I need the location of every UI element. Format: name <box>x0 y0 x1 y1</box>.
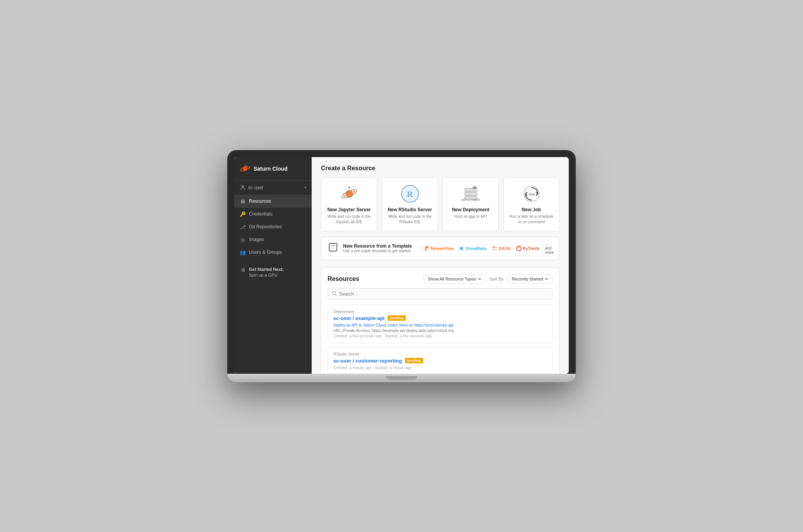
sidebar-item-images-label: Images <box>249 237 264 242</box>
sidebar-item-git-label: Git Repositories <box>249 224 282 229</box>
get-started-sublabel: Spin up a GPU <box>249 272 284 278</box>
svg-point-9 <box>343 195 345 197</box>
rstudio-icon-area: R <box>400 184 420 204</box>
resource-type-filter-label: Show All Resource Types <box>428 277 476 281</box>
create-resource-title: Create a Resource <box>321 165 559 172</box>
dask-logo: DASK <box>492 246 511 251</box>
resource-status-badge-2: pending <box>405 358 423 363</box>
resource-name-row-2: sc-user / customer-reporting pending <box>333 358 547 364</box>
deployment-card[interactable]: DEPLOYMENT New Deployment Host an app or… <box>443 177 499 231</box>
sidebar: Saturn Cloud sc-user ▾ ⊞ Resources 🔑 Cre… <box>234 157 312 374</box>
rstudio-icon: R <box>400 184 420 204</box>
saturn-icon <box>240 163 251 174</box>
template-icon <box>328 242 338 255</box>
template-desc: Use a pre-made template to get started. <box>343 249 412 253</box>
jupyter-card-title: New Jupyter Server <box>327 207 371 212</box>
job-card-title: New Job <box>522 207 541 212</box>
svg-rect-15 <box>465 188 477 192</box>
resource-item-example-api[interactable]: Deployment sc-user / example-api pending… <box>328 304 553 343</box>
svg-rect-13 <box>465 192 477 195</box>
sidebar-item-credentials[interactable]: 🔑 Credentials <box>234 208 312 221</box>
template-logos: TensorFlow ❄ Snowflake DASK <box>423 242 554 255</box>
svg-text:R: R <box>407 189 414 199</box>
svg-rect-30 <box>495 249 497 250</box>
resource-name-row-1: sc-user / example-api pending <box>333 315 547 321</box>
tensorflow-logo: TensorFlow <box>423 245 454 251</box>
get-started-label: Get Started Next: <box>249 267 284 272</box>
svg-rect-29 <box>493 249 494 250</box>
users-icon: 👥 <box>240 250 246 255</box>
sidebar-item-images[interactable]: ◎ Images <box>234 233 312 246</box>
resource-item-customer-reporting[interactable]: RStudio Server sc-user / customer-report… <box>328 347 553 374</box>
git-icon: ⎇ <box>240 224 246 230</box>
user-dropdown-arrow: ▾ <box>304 185 306 190</box>
sidebar-item-resources-label: Resources <box>249 198 271 204</box>
sort-label: Sort By <box>490 277 504 281</box>
svg-text:DEPLOYMENT: DEPLOYMENT <box>461 198 480 201</box>
user-dropdown[interactable]: sc-user ▾ <box>234 181 312 195</box>
sidebar-item-users-label: Users & Groups <box>249 250 282 255</box>
pytorch-logo: PyTorch <box>516 246 539 251</box>
jupyter-icon-area <box>340 184 359 204</box>
user-name: sc-user <box>248 185 263 190</box>
resource-url-1: URL (Private Access): https://example-ap… <box>333 328 547 333</box>
svg-point-7 <box>348 186 350 188</box>
pytorch-label: PyTorch <box>523 246 539 251</box>
dask-label: DASK <box>499 246 511 251</box>
tensorflow-label: TensorFlow <box>430 246 454 251</box>
job-card[interactable]: JOB New Job Run a task on a schedule or … <box>503 177 559 231</box>
rstudio-card-desc: Write and run code in the RStudio IDE <box>387 214 433 225</box>
template-more: ... and more <box>545 242 554 255</box>
search-bar[interactable] <box>328 288 553 300</box>
get-started-icon: 🖥 <box>240 267 246 273</box>
rstudio-card-title: New RStudio Server <box>388 207 432 212</box>
job-icon: JOB <box>522 184 542 204</box>
search-input[interactable] <box>339 291 549 297</box>
snowflake-label: Snowflake <box>466 246 487 251</box>
svg-point-8 <box>353 191 355 192</box>
sidebar-item-git-repositories[interactable]: ⎇ Git Repositories <box>234 221 312 233</box>
resource-name-1: sc-user / example-api <box>333 315 384 321</box>
sort-dropdown[interactable]: Recently Started <box>508 274 553 284</box>
sidebar-get-started[interactable]: 🖥 Get Started Next: Spin up a GPU <box>234 262 312 283</box>
resources-header: Resources Show All Resource Types Sort B… <box>328 274 553 284</box>
credentials-icon: 🔑 <box>240 211 246 217</box>
job-card-desc: Run a task on a schedule or on command <box>508 214 554 225</box>
create-resource-section: Create a Resource <box>321 165 559 260</box>
deployment-icon-area: DEPLOYMENT <box>461 184 481 204</box>
app-name: Saturn Cloud <box>254 166 288 172</box>
svg-text:❄: ❄ <box>459 246 463 251</box>
sidebar-logo: Saturn Cloud <box>234 157 312 181</box>
sort-dropdown-arrow <box>545 277 549 281</box>
template-banner[interactable]: New Resource from a Template Use a pre-m… <box>321 237 559 260</box>
jupyter-card[interactable]: New Jupyter Server Write and run code in… <box>321 177 377 231</box>
resource-type-label-1: Deployment <box>333 310 547 314</box>
snowflake-logo: ❄ Snowflake <box>459 246 487 251</box>
user-icon <box>240 185 246 191</box>
svg-point-33 <box>333 291 336 294</box>
resource-name-2: sc-user / customer-reporting <box>333 358 402 364</box>
resource-meta-2: Created: a minute ago · Started: a minut… <box>333 366 547 370</box>
job-icon-area: JOB <box>522 184 542 204</box>
svg-text:JOB: JOB <box>528 193 535 196</box>
resource-type-label-2: RStudio Server <box>333 352 547 356</box>
filter-dropdown-arrow <box>478 277 482 281</box>
sidebar-item-users-groups[interactable]: 👥 Users & Groups <box>234 246 312 259</box>
svg-rect-27 <box>493 246 494 248</box>
deployment-icon: DEPLOYMENT <box>461 184 481 204</box>
svg-point-32 <box>518 246 520 248</box>
sidebar-item-resources[interactable]: ⊞ Resources <box>234 195 312 208</box>
sort-value: Recently Started <box>512 277 543 281</box>
rstudio-card[interactable]: R New RStudio Server Write and run code … <box>382 177 438 231</box>
svg-point-3 <box>247 167 249 168</box>
resource-description-1: Deploy an API to Saturn Cloud. Learn mor… <box>333 323 547 327</box>
resource-type-filter[interactable]: Show All Resource Types <box>424 274 486 284</box>
main-content: Create a Resource <box>312 157 569 374</box>
svg-rect-28 <box>495 246 497 248</box>
svg-line-34 <box>335 294 336 296</box>
jupyter-card-desc: Write and run code in the JupyterLab IDE <box>326 214 372 225</box>
deployment-card-desc: Host an app or API <box>455 214 487 219</box>
svg-rect-20 <box>331 245 335 246</box>
template-text: New Resource from a Template Use a pre-m… <box>343 243 412 253</box>
resources-icon: ⊞ <box>240 198 246 204</box>
